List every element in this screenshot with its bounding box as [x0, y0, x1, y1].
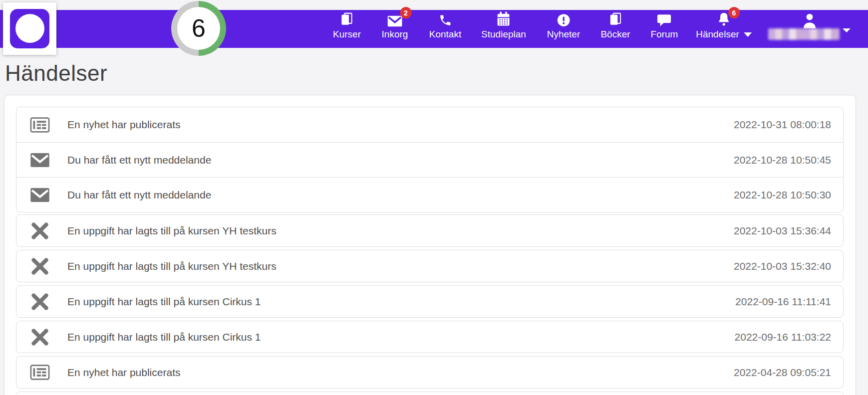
event-row[interactable]: En uppgift har lagts till på kursen Cirk… — [16, 286, 843, 317]
event-text: Du har fått ett nytt meddelande — [67, 189, 734, 201]
application-window: 6 Kurser 2 Inkorg Kontakt Studieplan Nyh… — [0, 0, 868, 395]
nav-item-studieplan[interactable]: Studieplan — [481, 11, 526, 40]
nav-item-kontakt[interactable]: Kontakt — [429, 11, 461, 40]
event-row[interactable]: Du har fått ett nytt meddelande 2022-10-… — [16, 177, 843, 212]
assignment-icon — [29, 220, 51, 241]
assignment-icon — [29, 291, 51, 312]
event-row[interactable]: En uppgift har lagts till på kursen YH t… — [16, 250, 843, 282]
event-timestamp: 2022-04-28 09:05:21 — [734, 367, 831, 379]
exclamation-circle-icon — [557, 11, 571, 27]
user-menu-chevron-down-icon[interactable] — [843, 32, 851, 41]
event-text: En uppgift har lagts till på kursen YH t… — [67, 260, 734, 272]
assignment-icon — [29, 327, 51, 348]
page-title: Händelser — [5, 61, 107, 86]
event-card: En uppgift har lagts till på kursen YH t… — [16, 250, 844, 282]
event-timestamp: 2022-10-28 10:50:30 — [734, 189, 831, 201]
event-timestamp: 2022-09-16 11:03:22 — [735, 331, 831, 343]
envelope-icon — [29, 153, 51, 168]
event-timestamp: 2022-10-31 08:00:18 — [734, 119, 831, 131]
assignment-icon — [29, 256, 51, 277]
nav-label: Händelser — [696, 29, 739, 40]
event-card: En uppgift har lagts till på kursen YH t… — [16, 214, 844, 247]
envelope-icon — [29, 188, 51, 202]
progress-ring[interactable]: 6 — [171, 1, 226, 56]
event-text: Du har fått ett nytt meddelande — [67, 154, 734, 166]
app-logo[interactable] — [3, 2, 56, 55]
progress-ring-inner: 6 — [177, 7, 220, 50]
chat-bubble-icon — [657, 11, 672, 27]
event-text: En uppgift har lagts till på kursen YH t… — [67, 225, 734, 237]
progress-value: 6 — [192, 14, 206, 43]
event-row[interactable]: En uppgift har lagts till på kursen Cirk… — [16, 321, 843, 353]
event-card: En uppgift har lagts till på kursen Cirk… — [16, 285, 844, 318]
logo-square-icon — [10, 9, 49, 48]
event-text: En nyhet har publicerats — [67, 119, 734, 131]
event-card-partial[interactable] — [16, 392, 844, 395]
event-row[interactable]: En uppgift har lagts till på kursen YH t… — [16, 215, 843, 246]
newspaper-icon — [29, 117, 51, 133]
event-timestamp: 2022-10-28 10:50:45 — [734, 154, 831, 166]
nav-label: Studieplan — [481, 29, 526, 40]
nav-item-kurser[interactable]: Kurser — [333, 11, 361, 40]
nav-item-forum[interactable]: Forum — [651, 11, 678, 40]
event-text: En uppgift har lagts till på kursen Cirk… — [67, 296, 735, 308]
nav-item-bocker[interactable]: Böcker — [600, 11, 630, 40]
event-timestamp: 2022-09-16 11:11:41 — [735, 296, 831, 308]
newspaper-icon — [29, 365, 51, 380]
nav-item-nyheter[interactable]: Nyheter — [547, 11, 580, 40]
nav-label: Nyheter — [547, 29, 580, 40]
inkorg-badge: 2 — [400, 7, 412, 18]
user-avatar[interactable] — [801, 12, 818, 30]
handelser-badge: 6 — [728, 7, 740, 18]
book-icon — [340, 11, 354, 27]
event-text: En uppgift har lagts till på kursen Cirk… — [67, 331, 735, 343]
event-list-group: En nyhet har publicerats 2022-10-31 08:0… — [16, 107, 844, 212]
event-row[interactable]: Du har fått ett nytt meddelande 2022-10-… — [16, 142, 843, 177]
event-text: En nyhet har publicerats — [67, 367, 734, 379]
nav-label: Kontakt — [429, 29, 461, 40]
envelope-icon: 2 — [387, 11, 403, 27]
calendar-icon — [496, 11, 511, 27]
nav-label: Böcker — [600, 29, 630, 40]
nav-label: Forum — [651, 29, 678, 40]
chevron-down-icon — [744, 32, 752, 37]
nav-label: Inkorg — [382, 29, 408, 40]
event-row[interactable]: En nyhet har publicerats 2022-04-28 09:0… — [16, 357, 843, 388]
phone-icon — [439, 11, 452, 27]
event-timestamp: 2022-10-03 15:32:40 — [734, 260, 831, 272]
event-timestamp: 2022-10-03 15:36:44 — [734, 225, 831, 237]
event-card: En uppgift har lagts till på kursen Cirk… — [16, 321, 844, 353]
event-card: En nyhet har publicerats 2022-04-28 09:0… — [16, 356, 844, 389]
bell-icon: 6 — [717, 11, 731, 27]
nav-label: Kurser — [333, 29, 361, 40]
event-row[interactable]: En nyhet har publicerats 2022-10-31 08:0… — [16, 107, 843, 142]
user-name-redacted[interactable] — [768, 28, 840, 40]
logo-circle-icon — [15, 14, 44, 43]
nav-item-inkorg[interactable]: 2 Inkorg — [382, 11, 408, 40]
nav-item-handelser[interactable]: 6 Händelser — [696, 11, 752, 40]
book-icon — [608, 11, 622, 27]
